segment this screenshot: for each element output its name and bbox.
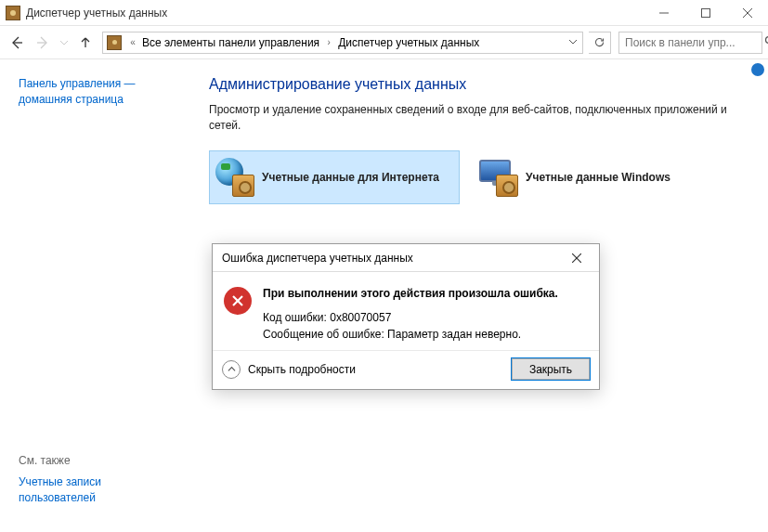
address-icon xyxy=(107,35,122,50)
title-bar: Диспетчер учетных данных xyxy=(0,0,768,26)
breadcrumb[interactable]: Диспетчер учетных данных xyxy=(336,36,481,49)
app-icon xyxy=(6,6,20,20)
control-panel-home-link[interactable]: Панель управления — домашняя страница xyxy=(19,76,181,108)
chevron-up-icon xyxy=(222,360,241,379)
error-detail: Сообщение об ошибке: Параметр задан неве… xyxy=(263,326,558,343)
page-heading: Администрирование учетных данных xyxy=(209,76,749,93)
recent-dropdown[interactable] xyxy=(58,32,71,54)
search-icon[interactable] xyxy=(764,35,768,49)
window-title: Диспетчер учетных данных xyxy=(26,6,643,19)
search-input[interactable] xyxy=(625,36,764,49)
user-accounts-link[interactable]: Учетные записи пользователей xyxy=(19,475,101,504)
see-also-heading: См. также xyxy=(19,454,181,467)
windows-credentials-tile[interactable]: Учетные данные Windows xyxy=(473,150,723,204)
globe-safe-icon xyxy=(215,158,254,197)
error-code: Код ошибки: 0x80070057 xyxy=(263,309,558,326)
details-toggle-label: Скрыть подробности xyxy=(248,363,356,376)
breadcrumb[interactable]: Все элементы панели управления xyxy=(140,36,321,49)
search-box[interactable] xyxy=(618,32,762,54)
tile-label: Учетные данные для Интернета xyxy=(262,171,439,184)
chevron-icon[interactable]: › xyxy=(321,37,336,47)
minimize-button[interactable] xyxy=(643,0,684,26)
address-dropdown[interactable] xyxy=(564,38,582,47)
error-message: При выполнении этого действия произошла … xyxy=(263,285,558,302)
page-subtext: Просмотр и удаление сохраненных сведений… xyxy=(209,102,729,134)
back-button[interactable] xyxy=(6,32,28,54)
monitor-safe-icon xyxy=(479,158,518,197)
error-dialog: Ошибка диспетчера учетных данных При вып… xyxy=(212,243,600,390)
svg-rect-1 xyxy=(701,8,709,17)
close-button[interactable]: Закрыть xyxy=(512,358,590,380)
maximize-button[interactable] xyxy=(684,0,726,26)
sidebar: Панель управления — домашняя страница См… xyxy=(0,59,200,532)
address-bar[interactable]: « Все элементы панели управления › Диспе… xyxy=(102,32,583,54)
up-button[interactable] xyxy=(74,32,97,54)
refresh-button[interactable] xyxy=(589,32,611,54)
nav-bar: « Все элементы панели управления › Диспе… xyxy=(0,26,768,59)
web-credentials-tile[interactable]: Учетные данные для Интернета xyxy=(209,150,460,204)
chevron-icon[interactable]: « xyxy=(125,37,140,47)
forward-button[interactable] xyxy=(32,32,54,54)
dialog-title: Ошибка диспетчера учетных данных xyxy=(222,252,413,265)
close-window-button[interactable] xyxy=(726,0,768,26)
dialog-close-button[interactable] xyxy=(558,246,595,270)
tile-label: Учетные данные Windows xyxy=(526,171,670,184)
details-toggle[interactable]: Скрыть подробности xyxy=(222,360,356,379)
error-icon xyxy=(224,287,252,315)
